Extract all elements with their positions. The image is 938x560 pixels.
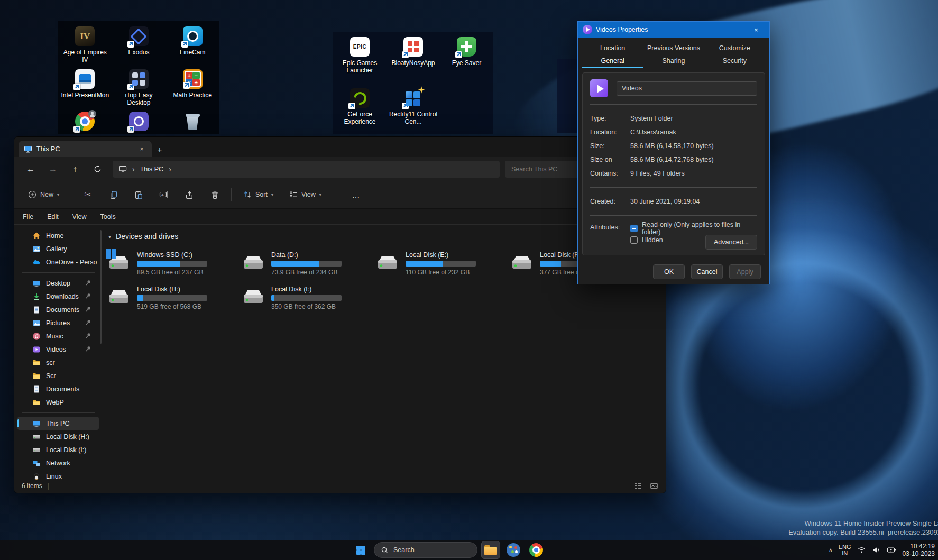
- drive-windows-ssd-c[interactable]: Windows-SSD (C:) 89.5 GB free of 237 GB: [107, 251, 242, 276]
- dialog-title: Videos Properties: [596, 26, 648, 33]
- forward-button[interactable]: →: [43, 161, 63, 178]
- start-button[interactable]: [351, 541, 370, 559]
- advanced-button[interactable]: Advanced...: [705, 235, 757, 250]
- sidebar-item-music[interactable]: Music: [17, 329, 99, 343]
- drive-local-disk-i[interactable]: Local Disk (I:) 350 GB free of 362 GB: [242, 286, 376, 310]
- drive-local-disk-e[interactable]: Local Disk (E:) 110 GB free of 232 GB: [376, 251, 510, 276]
- onedrive-icon: [32, 258, 41, 267]
- sidebar-item-local-disk-h[interactable]: Local Disk (H:): [17, 430, 99, 443]
- drive-data-d[interactable]: Data (D:) 73.9 GB free of 234 GB: [242, 251, 376, 276]
- sort-icon: [243, 190, 252, 199]
- copy-button[interactable]: [104, 186, 122, 204]
- prop-label-contains: Contains:: [590, 170, 630, 177]
- sidebar-item-videos[interactable]: Videos: [17, 343, 99, 356]
- breadcrumb-this-pc[interactable]: This PC: [140, 166, 163, 173]
- trash-icon: [210, 190, 219, 199]
- tab-location[interactable]: Location: [582, 42, 643, 54]
- desktop-icon-rectify11[interactable]: Rectify11 Control Cen...: [387, 83, 440, 134]
- sidebar-item-this-pc[interactable]: This PC: [17, 417, 99, 430]
- breadcrumb[interactable]: › This PC ›: [113, 161, 500, 178]
- sidebar-item-webp[interactable]: WebP: [17, 396, 99, 409]
- dialog-close-icon[interactable]: ×: [748, 26, 764, 34]
- desktop-icon-eye-saver[interactable]: Eye Saver: [440, 32, 493, 83]
- desktop-icon-finecam[interactable]: FineCam: [166, 21, 219, 64]
- refresh-icon: [94, 165, 102, 173]
- sidebar-item-network[interactable]: Network: [17, 456, 99, 470]
- language-indicator[interactable]: ENGIN: [839, 544, 851, 556]
- desktop-icon-itop-easy-desktop[interactable]: iTop Easy Desktop: [112, 64, 165, 107]
- tab-customize[interactable]: Customize: [704, 42, 765, 54]
- desktop-icon-intel-presentmon[interactable]: Intel PresentMon: [59, 64, 112, 107]
- menu-tools[interactable]: Tools: [100, 213, 116, 221]
- prop-value-size: 58.6 MB (6,14,58,170 bytes): [630, 142, 714, 150]
- drive-icon: [107, 253, 131, 272]
- readonly-checkbox-row[interactable]: Read-only (Only applies to files in fold…: [630, 223, 757, 234]
- sidebar-item-gallery[interactable]: Gallery: [17, 242, 99, 255]
- share-button[interactable]: [180, 186, 198, 204]
- desktop-icon-age-of-empires[interactable]: IV Age of Empires IV: [59, 21, 112, 64]
- sidebar-item-scr[interactable]: scr: [17, 356, 99, 369]
- taskbar-paint-app[interactable]: [504, 541, 523, 559]
- apply-button[interactable]: Apply: [729, 264, 761, 279]
- hidden-checkbox[interactable]: [630, 236, 638, 244]
- desktop-icon-recycle-bin[interactable]: [166, 106, 219, 134]
- tab-previous-versions[interactable]: Previous Versions: [643, 42, 704, 54]
- ok-button[interactable]: OK: [653, 264, 685, 279]
- desktop-icon-geforce-experience[interactable]: GeForce Experience: [334, 83, 387, 134]
- sidebar-item-downloads[interactable]: Downloads: [17, 290, 99, 303]
- volume-icon[interactable]: [872, 546, 881, 554]
- desktop-icon-bloatynosy[interactable]: BloatyNosyApp: [387, 32, 440, 83]
- delete-button[interactable]: [206, 186, 224, 204]
- tab-security[interactable]: Security: [704, 54, 765, 68]
- sidebar-item-documents2[interactable]: Documents: [17, 382, 99, 396]
- taskbar-chrome[interactable]: [527, 541, 546, 559]
- capacity-bar: [406, 261, 476, 267]
- taskbar-search[interactable]: Search: [374, 542, 477, 558]
- sidebar-item-scr2[interactable]: Scr: [17, 369, 99, 382]
- refresh-button[interactable]: [87, 161, 107, 178]
- desktop-icon-purple-app[interactable]: [112, 106, 165, 134]
- tab-sharing[interactable]: Sharing: [643, 54, 704, 68]
- tab-general[interactable]: General: [582, 54, 643, 68]
- sidebar-item-linux[interactable]: Linux: [17, 470, 99, 483]
- drive-local-disk-h[interactable]: Local Disk (H:) 519 GB free of 568 GB: [107, 286, 242, 310]
- new-button[interactable]: New ▾: [24, 186, 63, 204]
- folder-name-input[interactable]: [617, 81, 757, 96]
- back-button[interactable]: ←: [21, 161, 41, 178]
- sort-button[interactable]: Sort ▾: [239, 186, 278, 204]
- thumbnail-view-icon[interactable]: [650, 482, 658, 490]
- sidebar-item-desktop[interactable]: Desktop: [17, 277, 99, 290]
- sidebar-item-pictures[interactable]: Pictures: [17, 316, 99, 329]
- desktop-icon-exodus[interactable]: Exodus: [112, 21, 165, 64]
- sidebar-item-home[interactable]: Home: [17, 229, 99, 242]
- up-button[interactable]: ↑: [65, 161, 85, 178]
- see-more-button[interactable]: …: [347, 186, 365, 204]
- wifi-icon[interactable]: [857, 546, 866, 554]
- tab-close-icon[interactable]: ×: [137, 145, 146, 153]
- dialog-title-bar[interactable]: Videos Properties ×: [578, 22, 769, 38]
- battery-charging-icon[interactable]: [887, 546, 897, 554]
- sidebar-scrollbar[interactable]: [100, 230, 102, 344]
- cancel-button[interactable]: Cancel: [691, 264, 723, 279]
- desktop-icon-chrome-profile[interactable]: [59, 106, 112, 134]
- desktop-icon-epic-games[interactable]: EPIC Epic Games Launcher: [334, 32, 387, 83]
- details-view-icon[interactable]: [634, 482, 642, 490]
- sidebar-item-onedrive[interactable]: OneDrive - Perso: [17, 255, 99, 269]
- taskbar-file-explorer[interactable]: [481, 541, 500, 559]
- desktop-icon-math-practice[interactable]: +− ×÷ Math Practice: [166, 64, 219, 107]
- cut-button[interactable]: ✂: [79, 186, 97, 204]
- rename-button[interactable]: A: [155, 186, 173, 204]
- menu-view[interactable]: View: [72, 213, 87, 221]
- paste-button[interactable]: [130, 186, 148, 204]
- videos-icon: [32, 345, 41, 354]
- new-tab-button[interactable]: +: [152, 141, 168, 157]
- menu-edit[interactable]: Edit: [47, 213, 59, 221]
- sidebar-item-documents[interactable]: Documents: [17, 303, 99, 316]
- menu-file[interactable]: File: [23, 213, 33, 221]
- readonly-checkbox[interactable]: [630, 225, 638, 232]
- tray-chevron-up-icon[interactable]: ∧: [829, 547, 833, 554]
- clock[interactable]: 10:42:19 03-10-2023: [903, 543, 935, 557]
- tab-this-pc[interactable]: This PC ×: [19, 141, 152, 157]
- view-button[interactable]: View ▾: [285, 186, 326, 204]
- sidebar-item-local-disk-i[interactable]: Local Disk (I:): [17, 443, 99, 456]
